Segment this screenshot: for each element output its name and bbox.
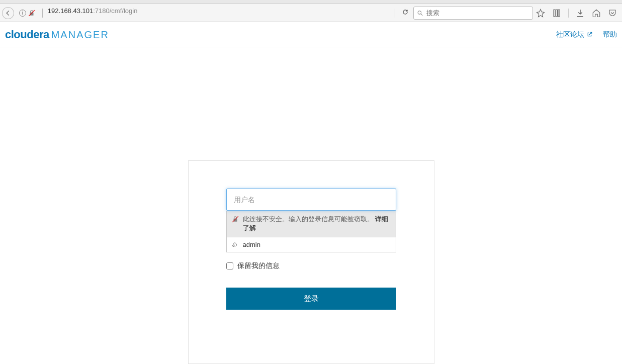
insecure-lock-icon (28, 10, 35, 17)
svg-point-1 (418, 11, 421, 14)
logo-primary: cloudera (5, 28, 49, 41)
community-forum-link[interactable]: 社区论坛 (556, 30, 593, 39)
logo-secondary: MANAGER (51, 29, 109, 41)
site-identity[interactable]: i (17, 10, 37, 17)
external-link-icon (586, 31, 593, 38)
search-icon (417, 10, 423, 17)
browser-tab-strip (0, 0, 622, 4)
login-button[interactable]: 登录 (226, 288, 396, 310)
insecure-msg: 此连接不安全。输入的登录信息可能被窃取。 (243, 215, 374, 223)
browser-search-box[interactable] (413, 7, 533, 20)
main-content: 此连接不安全。输入的登录信息可能被窃取。 详细了解 admin 保留我的信息 登… (0, 47, 622, 364)
reload-button[interactable] (400, 9, 410, 18)
insecure-connection-warning: 此连接不安全。输入的登录信息可能被窃取。 详细了解 (226, 211, 396, 237)
divider (42, 9, 43, 18)
svg-rect-5 (558, 10, 560, 17)
pocket-icon[interactable] (608, 9, 617, 18)
insecure-warning-text: 此连接不安全。输入的登录信息可能被窃取。 详细了解 (243, 215, 391, 233)
divider (395, 9, 395, 18)
insecure-lock-icon (232, 216, 239, 233)
address-bar[interactable]: i 192.168.43.101:7180/cmf/login (17, 7, 390, 19)
home-icon[interactable] (592, 9, 601, 18)
community-forum-label: 社区论坛 (556, 30, 584, 39)
bookmark-star-icon[interactable] (536, 9, 545, 18)
browser-search-input[interactable] (426, 9, 529, 17)
nav-back-button[interactable] (2, 7, 14, 19)
downloads-icon[interactable] (576, 9, 585, 18)
divider (568, 9, 569, 18)
remember-me-label: 保留我的信息 (237, 261, 280, 270)
svg-line-2 (421, 14, 422, 15)
header-links: 社区论坛 帮助 (556, 30, 617, 39)
svg-rect-4 (556, 10, 558, 17)
key-icon (232, 241, 239, 248)
url-text[interactable]: 192.168.43.101:7180/cmf/login (48, 7, 390, 19)
url-path: :7180/cmf/login (93, 7, 137, 15)
suggestion-username: admin (243, 241, 260, 248)
app-header: cloudera MANAGER 社区论坛 帮助 (0, 22, 622, 47)
browser-toolbar: i 192.168.43.101:7180/cmf/login (0, 4, 622, 22)
saved-login-suggestion[interactable]: admin (226, 237, 396, 252)
url-host: 192.168.43.101 (48, 7, 93, 15)
browser-toolbar-right (536, 9, 620, 18)
library-icon[interactable] (552, 9, 561, 18)
help-link[interactable]: 帮助 (603, 30, 617, 39)
remember-me-row[interactable]: 保留我的信息 (226, 261, 396, 270)
login-card: 此连接不安全。输入的登录信息可能被窃取。 详细了解 admin 保留我的信息 登… (188, 160, 434, 364)
username-input[interactable] (226, 189, 396, 211)
app-logo: cloudera MANAGER (5, 28, 109, 41)
svg-rect-3 (554, 10, 555, 17)
remember-me-checkbox[interactable] (226, 262, 233, 269)
info-icon: i (19, 10, 26, 17)
